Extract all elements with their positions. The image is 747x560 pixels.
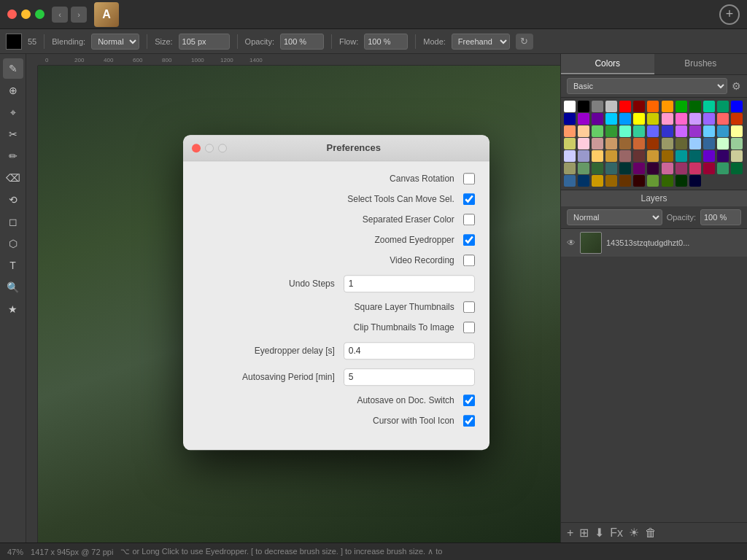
color-swatch-item[interactable] [564,125,576,137]
color-swatch-item[interactable] [633,113,645,125]
color-swatch-item[interactable] [592,101,603,112]
pref-checkbox[interactable] [463,173,475,184]
color-swatch-item[interactable] [703,150,715,162]
layer-opacity-input[interactable] [700,209,741,225]
color-swatch-item[interactable] [717,125,729,137]
color-swatch-item[interactable] [676,125,687,137]
mode-select[interactable]: Freehand [452,34,510,50]
color-swatch-item[interactable] [619,101,631,112]
color-swatch-item[interactable] [592,150,603,162]
nav-forward-button[interactable]: › [71,7,87,23]
color-swatch-item[interactable] [605,175,617,187]
color-swatch-item[interactable] [676,138,687,149]
color-swatch-item[interactable] [731,113,743,125]
layer-visibility-icon[interactable]: 👁 [567,238,576,248]
maximize-button[interactable] [35,9,44,19]
color-swatch-item[interactable] [662,138,673,149]
color-swatch-item[interactable] [578,150,589,162]
color-swatch-item[interactable] [662,175,673,187]
color-swatch-item[interactable] [689,113,701,125]
color-swatch-item[interactable] [619,163,631,174]
color-swatch-item[interactable] [564,101,576,112]
color-swatch-item[interactable] [703,138,715,149]
color-swatch-item[interactable] [703,101,715,112]
color-swatch-item[interactable] [662,113,673,125]
color-swatch-item[interactable] [647,113,659,125]
blending-select[interactable]: Normal [91,34,139,50]
color-swatch-item[interactable] [703,163,715,174]
color-swatch-item[interactable] [564,150,576,162]
tool-zoom[interactable]: 🔍 [3,277,23,298]
tool-shape[interactable]: ◻ [3,211,23,232]
color-swatch-item[interactable] [647,163,659,174]
pref-checkbox[interactable] [463,394,475,406]
add-layer-button[interactable]: + [567,526,573,540]
color-swatch-item[interactable] [633,138,645,149]
pref-input[interactable] [344,342,475,359]
color-swatch-item[interactable] [647,101,659,112]
color-swatch-item[interactable] [605,150,617,162]
color-swatch-item[interactable] [676,113,687,125]
color-swatch-item[interactable] [731,125,743,137]
color-swatch-item[interactable] [564,175,576,187]
color-swatch-item[interactable] [564,113,576,125]
color-swatch-item[interactable] [703,113,715,125]
color-swatch-item[interactable] [717,150,729,162]
pref-checkbox[interactable] [463,193,475,205]
tool-brush[interactable]: ✏ [3,146,23,166]
tool-text[interactable]: T [3,255,23,276]
close-button[interactable] [7,9,17,19]
color-swatch-item[interactable] [676,163,687,174]
colors-preset-select[interactable]: Basic [567,78,727,94]
size-input[interactable] [179,34,230,50]
color-swatch-item[interactable] [689,101,701,112]
adjustment-button[interactable]: ☀ [629,526,639,540]
color-swatch-item[interactable] [564,138,576,149]
color-swatch-item[interactable] [689,175,701,187]
color-swatch-item[interactable] [592,113,603,125]
color-swatch-item[interactable] [592,175,603,187]
color-swatch-item[interactable] [619,125,631,137]
color-swatch-item[interactable] [605,113,617,125]
color-swatch-item[interactable] [633,163,645,174]
pref-close-button[interactable] [192,144,201,152]
add-group-button[interactable]: ⊞ [579,526,589,540]
color-swatch-item[interactable] [676,175,687,187]
color-swatch-item[interactable] [578,175,589,187]
pref-checkbox[interactable] [463,322,475,333]
color-swatch-item[interactable] [605,163,617,174]
color-swatch-item[interactable] [633,175,645,187]
color-swatch-item[interactable] [619,113,631,125]
color-swatch-item[interactable] [578,138,589,149]
extra-tool-button[interactable]: ↻ [516,34,533,50]
color-swatch-item[interactable] [703,125,715,137]
color-swatch-item[interactable] [605,138,617,149]
color-swatch-item[interactable] [662,125,673,137]
tool-paint[interactable]: ✎ [3,58,23,79]
color-swatch-item[interactable] [592,163,603,174]
color-swatch-item[interactable] [717,113,729,125]
color-swatch-item[interactable] [662,150,673,162]
pref-max-button[interactable] [218,144,227,152]
color-swatch-item[interactable] [647,125,659,137]
color-swatch-item[interactable] [647,150,659,162]
color-swatch-item[interactable] [633,150,645,162]
color-swatch[interactable] [6,34,22,50]
pref-input[interactable] [344,368,475,386]
color-swatch-item[interactable] [619,150,631,162]
tool-gradient[interactable]: ⬡ [3,233,23,254]
opacity-input[interactable] [280,34,324,50]
color-swatch-item[interactable] [578,125,589,137]
color-swatch-item[interactable] [717,101,729,112]
tool-transform[interactable]: ⌖ [3,102,23,122]
add-button[interactable]: + [719,4,740,25]
tab-brushes[interactable]: Brushes [654,54,748,74]
tool-crop[interactable]: ✂ [3,124,23,144]
color-swatch-item[interactable] [647,175,659,187]
pref-min-button[interactable] [205,144,214,152]
colors-gear-icon[interactable]: ⚙ [732,80,741,92]
color-swatch-item[interactable] [605,125,617,137]
color-swatch-item[interactable] [619,175,631,187]
color-swatch-item[interactable] [676,101,687,112]
delete-layer-button[interactable]: 🗑 [645,526,657,540]
